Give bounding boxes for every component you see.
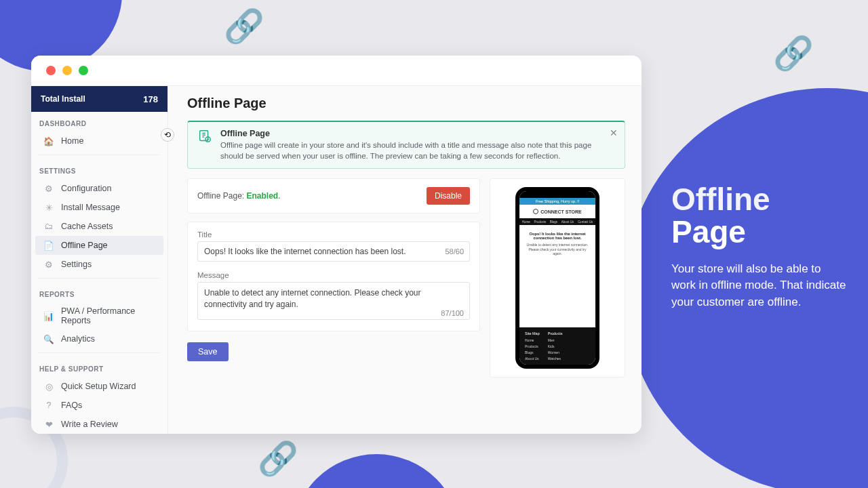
sidebar-item-install-message[interactable]: ✳ Install Message: [35, 198, 163, 217]
sidebar-item-label: PWA / Performance Reports: [61, 306, 155, 325]
promo-heading: Offline Page: [671, 183, 848, 249]
config-icon: ⚙: [43, 183, 54, 194]
message-input[interactable]: [197, 282, 470, 320]
sidebar-item-quick-setup[interactable]: ◎ Quick Setup Wizard: [35, 377, 163, 396]
phone-footer-link: Products: [525, 344, 540, 348]
window-minimize-dot[interactable]: [62, 66, 72, 75]
phone-nav-item: About Us: [561, 220, 574, 224]
phone-footer-link: About Us: [525, 357, 540, 361]
section-heading-settings: SETTINGS: [31, 159, 167, 179]
phone-footer-link: Men: [548, 338, 563, 342]
info-title: Offline Page: [220, 129, 615, 138]
phone-footer: Site Map Home Products Blogs About Us Pr…: [519, 327, 595, 365]
install-count-banner: Total Install 178: [31, 86, 167, 112]
divider: [38, 278, 161, 279]
sidebar-item-pwa-reports[interactable]: 📊 PWA / Performance Reports: [35, 302, 163, 329]
page-title: Offline Page: [187, 96, 625, 111]
sidebar-item-label: Install Message: [61, 203, 120, 212]
sidebar-item-label: Configuration: [61, 184, 111, 193]
cache-icon: 🗂: [43, 221, 54, 232]
home-icon: 🏠: [43, 136, 54, 146]
settings-icon: ⚙: [43, 259, 54, 270]
window-close-dot[interactable]: [46, 66, 56, 75]
title-counter: 58/60: [445, 247, 464, 256]
wizard-icon: ◎: [43, 381, 54, 392]
bg-link-icon: 🔗: [258, 439, 298, 478]
phone-nav-item: Home: [522, 220, 530, 224]
sidebar: Total Install 178 DASHBOARD 🏠 Home ⟲ SET…: [31, 86, 168, 434]
heart-icon: ❤: [43, 419, 54, 430]
phone-footer-link: Blogs: [525, 350, 540, 354]
sidebar-item-cache-assets[interactable]: 🗂 Cache Assets: [35, 217, 163, 236]
sidebar-item-label: FAQs: [61, 401, 82, 410]
title-label: Title: [197, 230, 470, 239]
info-callout: Offline Page Offline page will create in…: [187, 121, 625, 169]
message-label: Message: [197, 271, 470, 279]
app-window: Total Install 178 DASHBOARD 🏠 Home ⟲ SET…: [31, 56, 642, 434]
sidebar-item-faqs[interactable]: ? FAQs: [35, 396, 163, 415]
chart-icon: 📊: [43, 310, 54, 321]
phone-nav: Home Products Blogs About Us Contact Us: [519, 218, 595, 225]
status-value: Enabled: [247, 191, 279, 201]
close-icon[interactable]: ✕: [610, 127, 618, 138]
divider: [38, 352, 161, 353]
phone-nav-item: Contact Us: [578, 220, 593, 224]
sidebar-item-write-review[interactable]: ❤ Write a Review: [35, 415, 163, 434]
divider: [38, 155, 161, 155]
sidebar-item-analytics[interactable]: 🔍 Analytics: [35, 329, 163, 348]
sidebar-item-label: Cache Assets: [61, 222, 113, 231]
preview-card: Free Shipping, Hurry up..!! CONNECT STOR…: [490, 178, 625, 378]
help-icon: ?: [43, 400, 54, 411]
sidebar-item-settings[interactable]: ⚙ Settings: [35, 255, 163, 274]
sidebar-item-label: Settings: [61, 260, 92, 269]
page-offline-icon: [197, 129, 212, 144]
phone-footer-head: Site Map: [525, 331, 540, 336]
sidebar-collapse-button[interactable]: ⟲: [161, 128, 174, 142]
status-text: Offline Page: Enabled.: [197, 191, 281, 201]
sidebar-item-label: Quick Setup Wizard: [61, 382, 136, 391]
phone-frame: Free Shipping, Hurry up..!! CONNECT STOR…: [515, 187, 599, 369]
svg-rect-0: [200, 131, 208, 141]
phone-offline-msg: Unable to detect any internet connection…: [525, 243, 590, 256]
sidebar-item-home[interactable]: 🏠 Home: [35, 131, 163, 150]
window-maximize-dot[interactable]: [79, 66, 88, 75]
title-input[interactable]: [197, 241, 470, 262]
form-card: Title 58/60 Message 87/100: [187, 222, 480, 331]
main-content: Offline Page Offline Page Offline page w…: [168, 86, 642, 434]
section-heading-help: HELP & SUPPORT: [31, 357, 167, 377]
section-heading-reports: REPORTS: [31, 283, 167, 302]
sidebar-item-configuration[interactable]: ⚙ Configuration: [35, 179, 163, 198]
analytics-icon: 🔍: [43, 333, 54, 344]
phone-store-header: CONNECT STORE: [519, 205, 595, 218]
info-desc: Offline page will create in your store a…: [220, 140, 615, 161]
phone-footer-link: Women: [548, 350, 563, 354]
section-heading-dashboard: DASHBOARD: [31, 112, 167, 131]
promo-body: Your store will also be able to work in …: [671, 261, 848, 311]
sidebar-item-label: Write a Review: [61, 420, 118, 429]
sidebar-item-offline-page[interactable]: 📄 Offline Page: [35, 236, 163, 255]
phone-footer-link: Watches: [548, 357, 563, 361]
phone-footer-head: Products: [548, 331, 563, 336]
bg-link-icon: 🔗: [224, 7, 264, 45]
phone-offline-title: Oops! It looks like the internet connect…: [525, 232, 590, 240]
phone-nav-item: Blogs: [550, 220, 557, 224]
bg-blob: [292, 454, 461, 488]
phone-nav-item: Products: [534, 220, 546, 224]
offline-icon: 📄: [43, 240, 54, 251]
phone-footer-link: Home: [525, 338, 540, 342]
install-count: 178: [143, 94, 158, 104]
message-counter: 87/100: [441, 309, 464, 317]
gear-icon: ✳: [43, 202, 54, 213]
bg-link-icon: 🔗: [773, 34, 814, 73]
phone-footer-link: Kids: [548, 344, 563, 348]
save-button[interactable]: Save: [187, 342, 229, 361]
sidebar-item-label: Home: [61, 136, 83, 146]
phone-body: Oops! It looks like the internet connect…: [519, 225, 595, 327]
disable-button[interactable]: Disable: [427, 187, 470, 205]
store-name: CONNECT STORE: [540, 209, 582, 214]
install-label: Total Install: [41, 94, 85, 104]
phone-promo-banner: Free Shipping, Hurry up..!!: [519, 198, 595, 205]
window-titlebar: [31, 56, 642, 86]
phone-statusbar: [519, 191, 595, 198]
status-prefix: Offline Page:: [197, 191, 244, 201]
